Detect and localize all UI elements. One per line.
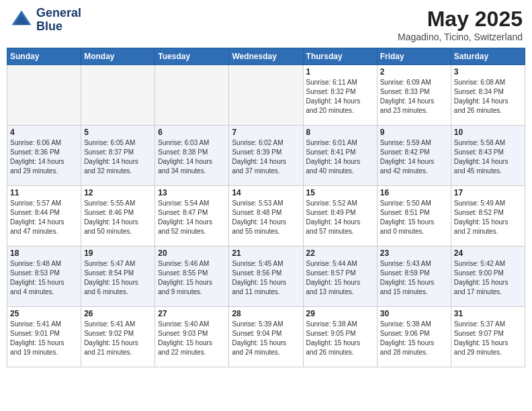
day-info: Sunrise: 6:09 AM Sunset: 8:33 PM Dayligh… [380,78,448,116]
title-area: May 2025 Magadino, Ticino, Switzerland [398,7,523,42]
day-number: 14 [232,188,300,197]
day-cell-13: 13Sunrise: 5:54 AM Sunset: 8:47 PM Dayli… [155,186,229,246]
weekday-header-monday: Monday [81,48,155,65]
day-info: Sunrise: 6:08 AM Sunset: 8:34 PM Dayligh… [454,78,522,116]
day-info: Sunrise: 5:46 AM Sunset: 8:55 PM Dayligh… [158,259,226,297]
weekday-header-tuesday: Tuesday [155,48,229,65]
day-cell-25: 25Sunrise: 5:41 AM Sunset: 9:01 PM Dayli… [7,307,81,367]
day-number: 2 [380,67,448,77]
logo-text: General Blue [36,7,81,34]
day-number: 7 [232,128,300,137]
day-info: Sunrise: 5:38 AM Sunset: 9:06 PM Dayligh… [380,320,448,357]
week-row-3: 11Sunrise: 5:57 AM Sunset: 8:44 PM Dayli… [7,186,525,246]
day-number: 19 [84,248,152,258]
day-info: Sunrise: 5:49 AM Sunset: 8:52 PM Dayligh… [454,199,522,236]
location-title: Magadino, Ticino, Switzerland [398,32,523,42]
logo: General Blue [9,7,81,34]
day-number: 27 [158,309,226,318]
day-number: 4 [10,128,78,137]
day-number: 21 [232,248,300,258]
logo-line2: Blue [36,20,81,34]
day-number: 17 [454,188,522,197]
day-info: Sunrise: 5:58 AM Sunset: 8:43 PM Dayligh… [454,138,522,176]
day-cell-11: 11Sunrise: 5:57 AM Sunset: 8:44 PM Dayli… [7,186,81,246]
day-number: 12 [84,188,152,197]
day-number: 15 [306,188,374,197]
day-cell-28: 28Sunrise: 5:39 AM Sunset: 9:04 PM Dayli… [229,307,303,367]
day-info: Sunrise: 5:37 AM Sunset: 9:07 PM Dayligh… [454,320,522,357]
week-row-1: 1Sunrise: 6:11 AM Sunset: 8:32 PM Daylig… [7,65,525,126]
day-cell-1: 1Sunrise: 6:11 AM Sunset: 8:32 PM Daylig… [303,65,377,126]
day-info: Sunrise: 5:42 AM Sunset: 9:00 PM Dayligh… [454,259,522,297]
day-cell-12: 12Sunrise: 5:55 AM Sunset: 8:46 PM Dayli… [81,186,155,246]
empty-cell [229,65,303,126]
day-cell-22: 22Sunrise: 5:44 AM Sunset: 8:57 PM Dayli… [303,246,377,307]
day-number: 6 [158,128,226,137]
day-number: 23 [380,248,448,258]
day-number: 10 [454,128,522,137]
logo-icon [9,8,34,32]
day-number: 30 [380,309,448,318]
day-cell-31: 31Sunrise: 5:37 AM Sunset: 9:07 PM Dayli… [451,307,525,367]
day-info: Sunrise: 5:54 AM Sunset: 8:47 PM Dayligh… [158,199,226,236]
day-cell-27: 27Sunrise: 5:40 AM Sunset: 9:03 PM Dayli… [155,307,229,367]
day-info: Sunrise: 6:02 AM Sunset: 8:39 PM Dayligh… [232,138,300,176]
week-row-2: 4Sunrise: 6:06 AM Sunset: 8:36 PM Daylig… [7,126,525,186]
weekday-header-saturday: Saturday [451,48,525,65]
weekday-header-friday: Friday [377,48,451,65]
day-number: 26 [84,309,152,318]
day-number: 25 [10,309,78,318]
day-cell-23: 23Sunrise: 5:43 AM Sunset: 8:59 PM Dayli… [377,246,451,307]
day-info: Sunrise: 5:55 AM Sunset: 8:46 PM Dayligh… [84,199,152,236]
day-cell-18: 18Sunrise: 5:48 AM Sunset: 8:53 PM Dayli… [7,246,81,307]
weekday-header-row: SundayMondayTuesdayWednesdayThursdayFrid… [7,48,525,65]
day-number: 9 [380,128,448,137]
day-number: 24 [454,248,522,258]
day-info: Sunrise: 5:50 AM Sunset: 8:51 PM Dayligh… [380,199,448,236]
day-info: Sunrise: 6:03 AM Sunset: 8:38 PM Dayligh… [158,138,226,176]
day-info: Sunrise: 5:52 AM Sunset: 8:49 PM Dayligh… [306,199,374,236]
day-info: Sunrise: 5:38 AM Sunset: 9:05 PM Dayligh… [306,320,374,357]
calendar: SundayMondayTuesdayWednesdayThursdayFrid… [7,48,525,367]
day-number: 16 [380,188,448,197]
day-info: Sunrise: 5:44 AM Sunset: 8:57 PM Dayligh… [306,259,374,297]
day-cell-19: 19Sunrise: 5:47 AM Sunset: 8:54 PM Dayli… [81,246,155,307]
day-cell-7: 7Sunrise: 6:02 AM Sunset: 8:39 PM Daylig… [229,126,303,186]
day-cell-30: 30Sunrise: 5:38 AM Sunset: 9:06 PM Dayli… [377,307,451,367]
day-info: Sunrise: 5:48 AM Sunset: 8:53 PM Dayligh… [10,259,78,297]
day-info: Sunrise: 5:59 AM Sunset: 8:42 PM Dayligh… [380,138,448,176]
day-number: 5 [84,128,152,137]
weekday-header-thursday: Thursday [303,48,377,65]
day-cell-17: 17Sunrise: 5:49 AM Sunset: 8:52 PM Dayli… [451,186,525,246]
day-cell-21: 21Sunrise: 5:45 AM Sunset: 8:56 PM Dayli… [229,246,303,307]
day-info: Sunrise: 5:41 AM Sunset: 9:01 PM Dayligh… [10,320,78,357]
day-number: 28 [232,309,300,318]
logo-line1: General [36,7,81,20]
day-cell-9: 9Sunrise: 5:59 AM Sunset: 8:42 PM Daylig… [377,126,451,186]
weekday-header-sunday: Sunday [7,48,81,65]
day-cell-15: 15Sunrise: 5:52 AM Sunset: 8:49 PM Dayli… [303,186,377,246]
day-cell-8: 8Sunrise: 6:01 AM Sunset: 8:41 PM Daylig… [303,126,377,186]
day-cell-24: 24Sunrise: 5:42 AM Sunset: 9:00 PM Dayli… [451,246,525,307]
day-info: Sunrise: 5:57 AM Sunset: 8:44 PM Dayligh… [10,199,78,236]
day-cell-29: 29Sunrise: 5:38 AM Sunset: 9:05 PM Dayli… [303,307,377,367]
day-cell-2: 2Sunrise: 6:09 AM Sunset: 8:33 PM Daylig… [377,65,451,126]
day-number: 11 [10,188,78,197]
month-title: May 2025 [398,7,523,32]
day-cell-4: 4Sunrise: 6:06 AM Sunset: 8:36 PM Daylig… [7,126,81,186]
day-info: Sunrise: 5:39 AM Sunset: 9:04 PM Dayligh… [232,320,300,357]
day-info: Sunrise: 6:05 AM Sunset: 8:37 PM Dayligh… [84,138,152,176]
day-number: 13 [158,188,226,197]
day-cell-5: 5Sunrise: 6:05 AM Sunset: 8:37 PM Daylig… [81,126,155,186]
day-cell-20: 20Sunrise: 5:46 AM Sunset: 8:55 PM Dayli… [155,246,229,307]
week-row-5: 25Sunrise: 5:41 AM Sunset: 9:01 PM Dayli… [7,307,525,367]
empty-cell [7,65,81,126]
day-number: 22 [306,248,374,258]
day-number: 29 [306,309,374,318]
empty-cell [155,65,229,126]
day-info: Sunrise: 5:41 AM Sunset: 9:02 PM Dayligh… [84,320,152,357]
day-number: 1 [306,67,374,77]
day-cell-3: 3Sunrise: 6:08 AM Sunset: 8:34 PM Daylig… [451,65,525,126]
day-info: Sunrise: 5:53 AM Sunset: 8:48 PM Dayligh… [232,199,300,236]
day-number: 8 [306,128,374,137]
